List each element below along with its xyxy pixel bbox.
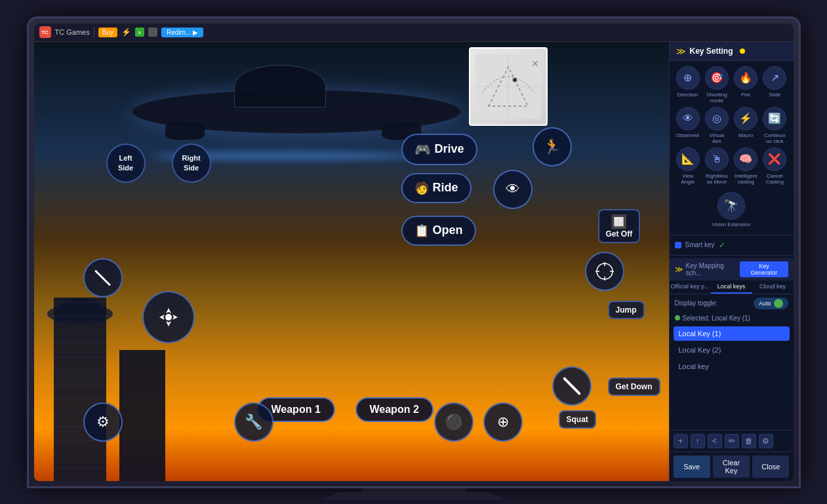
edit-button[interactable]: ✏: [725, 434, 739, 448]
cancel-casting-icon-item[interactable]: ❌ CancelCasting: [761, 147, 788, 185]
arrow-icon: ▶: [193, 29, 198, 36]
icon-badge: k: [135, 28, 144, 37]
toggle-dot: [774, 299, 783, 308]
key-mapping-header: ≫ Key Mapping sch... Key Generator: [670, 258, 794, 281]
knife-button[interactable]: [552, 366, 592, 406]
smart-key-row: Smart key ✓: [670, 238, 794, 252]
buy-button[interactable]: Buy: [98, 28, 117, 37]
tab-local[interactable]: Local keys: [711, 281, 752, 294]
divider2: [670, 255, 794, 256]
display-toggle-row: Display toggle: Auto: [670, 294, 794, 313]
redim-button[interactable]: Redim... ▶: [161, 28, 203, 37]
delete-button[interactable]: 🗑: [742, 434, 756, 448]
settings-button[interactable]: ⚙: [759, 434, 773, 448]
cancel-casting-label: CancelCasting: [766, 173, 784, 185]
squat-button[interactable]: Squat: [559, 410, 596, 429]
key-generator-button[interactable]: Key Generator: [740, 262, 788, 277]
tab-cloud-label: Cloud key: [759, 283, 786, 290]
direction-icon-item[interactable]: ⊕ Direction: [675, 66, 701, 104]
engine-left: [165, 121, 205, 140]
item2-button[interactable]: 🔧: [234, 402, 273, 442]
jump-button[interactable]: Jump: [608, 301, 645, 319]
key-item-2[interactable]: Local Key (2): [674, 343, 790, 357]
macro-icon-item[interactable]: ⚡ Macro: [733, 107, 759, 145]
get-down-button[interactable]: Get Down: [608, 378, 660, 396]
tab-official[interactable]: Official key p...: [670, 281, 711, 294]
item3-button[interactable]: ⚫: [434, 402, 474, 442]
fire-label: Fire: [741, 92, 750, 98]
key-item-1-label: Local Key (1): [679, 330, 721, 338]
svg-text:✕: ✕: [531, 58, 539, 69]
key-item-1[interactable]: Local Key (1): [674, 326, 790, 341]
key-item-3[interactable]: Local key: [674, 359, 790, 374]
observed-label: Observed: [676, 132, 699, 139]
add-button[interactable]: +: [674, 434, 688, 448]
view-angle-label: ViewAngle: [681, 173, 694, 185]
ride-button[interactable]: 🧑 Ride: [401, 173, 472, 203]
right-panel: ≫ Key Setting ⊕ Direction 🎯 Shoo: [669, 42, 794, 481]
mini-map-visual: ✕: [470, 48, 546, 125]
view-angle-icon-item[interactable]: 📐 ViewAngle: [675, 147, 701, 185]
smart-key-checkbox[interactable]: [675, 242, 681, 248]
mini-map[interactable]: ✕: [469, 47, 548, 126]
right-mouse-icon-item[interactable]: 🖱 RightMouse Move: [704, 147, 730, 185]
double-arrow-icon2: ≫: [675, 265, 683, 274]
panel-header: ≫ Key Setting: [670, 42, 794, 61]
open-icon: 📋: [414, 223, 429, 238]
close-button[interactable]: Close: [752, 456, 789, 478]
tab-cloud[interactable]: Cloud key: [752, 281, 794, 294]
slide-icon-item[interactable]: ↗ Slide: [761, 66, 788, 104]
open-label: Open: [433, 223, 463, 237]
virtual-aim-icon-item[interactable]: ◎ VirtualAim: [704, 107, 730, 145]
edit-circle[interactable]: [83, 258, 123, 298]
double-arrow-icon: ≫: [676, 46, 686, 56]
right-side-button[interactable]: RightSide: [172, 144, 211, 183]
vision-extension-row: 🔭 Vision Extension: [670, 191, 794, 232]
selected-dot: [675, 315, 680, 320]
eye-button[interactable]: 👁: [493, 170, 533, 209]
jump-label: Jump: [616, 305, 637, 315]
open-button[interactable]: 📋 Open: [401, 216, 476, 246]
item1-button[interactable]: ⚙: [83, 402, 123, 442]
get-off-label: Get Off: [606, 229, 633, 239]
action-icon[interactable]: 🏃: [533, 127, 572, 166]
monitor-stand-connector: [361, 488, 466, 492]
virtual-aim-label: VirtualAim: [710, 132, 725, 145]
aim-circle[interactable]: [585, 252, 624, 291]
svg-point-10: [165, 314, 172, 320]
weapon2-button[interactable]: Weapon 2: [355, 397, 434, 422]
brand-text: TC Games: [55, 28, 90, 36]
action-buttons: Save Clear Key Close: [670, 452, 794, 481]
get-off-button[interactable]: 🔲 Get Off: [598, 209, 641, 243]
shooting-icon-item[interactable]: 🎯 Shootingmode: [704, 66, 730, 104]
left-side-button[interactable]: LeftSide: [106, 144, 146, 183]
get-down-label: Get Down: [616, 382, 653, 391]
fire-icon-item[interactable]: 🔥 Fire: [733, 66, 759, 104]
drive-button[interactable]: 🎮 Drive: [401, 134, 477, 165]
right-side-label: RightSide: [182, 153, 200, 172]
save-button[interactable]: Save: [674, 456, 710, 478]
spaceship-dome: [234, 65, 326, 107]
auto-toggle[interactable]: Auto: [754, 298, 788, 309]
left-button[interactable]: <: [708, 434, 722, 448]
vision-extension-icon: 🔭: [717, 192, 745, 220]
clear-key-button[interactable]: Clear Key: [713, 456, 750, 478]
intelligent-casting-icon-item[interactable]: 🧠 Intelligentcasting: [733, 147, 759, 185]
vision-extension-item[interactable]: 🔭 Vision Extension: [675, 192, 788, 228]
key-item-2-label: Local Key (2): [679, 346, 721, 354]
observed-icon-item[interactable]: 👁 Observed: [675, 107, 701, 145]
display-toggle-label: Display toggle:: [675, 300, 718, 307]
dpad-button[interactable]: [142, 291, 195, 343]
divider1: [670, 235, 794, 235]
redim-text: Redim...: [167, 29, 191, 36]
vision-extension-label: Vision Extension: [712, 222, 751, 228]
monitor-stand-base: [322, 492, 506, 500]
up-button[interactable]: ↑: [691, 434, 705, 448]
slide-label: Slide: [769, 92, 780, 98]
selected-key-row: Selected: Local Key (1): [670, 313, 794, 324]
item4-button[interactable]: ⊕: [483, 402, 523, 442]
continuous-icon-item[interactable]: 🔄 Continuous click: [761, 107, 788, 145]
tab-official-label: Official key p...: [671, 283, 710, 290]
bottom-toolbar: + ↑ < ✏ 🗑 ⚙: [670, 430, 794, 452]
knife-icon: [562, 376, 580, 395]
